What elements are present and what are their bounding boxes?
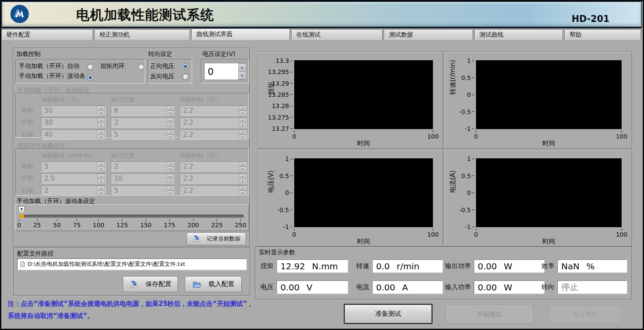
- spinner-arrows[interactable]: [239, 174, 246, 183]
- spinner-arrows[interactable]: [166, 118, 174, 127]
- tab-hardware-config[interactable]: 硬件配置: [1, 29, 93, 40]
- spin-field-auto-amp-late[interactable]: 40: [41, 130, 106, 140]
- voltage-spinner[interactable]: [238, 63, 246, 80]
- torque-chart-yticks: 13.3 13.295 13.29 13.285 13.28 13.275 13…: [258, 57, 292, 132]
- readout-direction: 转向 停止: [541, 281, 627, 294]
- row-label: 后期: [19, 187, 36, 194]
- radio-label-forward-voltage: 正向电压: [150, 62, 174, 70]
- radio-label-manual-slider: 手动加载（开环）滚动条: [19, 72, 85, 80]
- stop-test-label: 停止测试: [573, 311, 597, 318]
- readout-current: 电流 0.00 A: [355, 281, 443, 294]
- voltage-set-cluster: 0: [201, 59, 249, 83]
- spin-field-torque-count-mid[interactable]: 10: [111, 173, 174, 184]
- radio-forward-voltage[interactable]: [182, 63, 189, 70]
- record-data-button[interactable]: 记录当前数据: [187, 232, 246, 245]
- spin-field-torque-interval-early[interactable]: 2.2: [180, 161, 247, 172]
- spinner-arrows[interactable]: [239, 130, 246, 139]
- title-bar: 电机加载性能测试系统 HD-201: [1, 1, 642, 28]
- spinner-arrows[interactable]: [166, 162, 174, 171]
- radio-label-manual-auto: 手动加载（开环）自动: [19, 62, 79, 70]
- speed-chart-plot-area: [476, 60, 622, 129]
- spinner-arrows[interactable]: [239, 186, 246, 195]
- app-window: 电机加载性能测试系统 HD-201 硬件配置 校正测功机 曲线测试界面 在线测试…: [0, 0, 644, 330]
- spinner-arrows[interactable]: [166, 106, 174, 115]
- radio-reverse-voltage[interactable]: [182, 74, 189, 80]
- spin-field-auto-count-late[interactable]: 5: [111, 130, 174, 140]
- voltage-value: 0: [205, 66, 214, 77]
- tab-calibrate-dyno[interactable]: 校正测功机: [94, 29, 190, 40]
- record-data-label: 记录当前数据: [207, 235, 240, 243]
- column-header: 加载幅值（mN.m）: [41, 152, 106, 160]
- spin-field-torque-amp-mid[interactable]: 2.5: [41, 173, 106, 184]
- prepare-test-button[interactable]: 准备测试: [344, 304, 432, 324]
- spin-field-torque-count-late[interactable]: 5: [111, 185, 174, 196]
- speed-chart-yticks: 1 0.5 0 -0.5 -1: [444, 57, 474, 132]
- readout-efficiency: 效率 NaN %: [541, 259, 627, 273]
- row-label: 后期: [19, 131, 36, 139]
- tab-curve-test[interactable]: 曲线测试界面: [191, 28, 290, 40]
- load-mode-cluster: 手动加载（开环）自动 扭矩闭环 手动加载（开环）滚动条: [15, 59, 145, 83]
- readout-torque: 扭矩 12.92 N.mm: [260, 259, 348, 273]
- spin-field-torque-interval-mid[interactable]: 2.2: [180, 173, 247, 184]
- spinner-arrows[interactable]: [97, 130, 105, 139]
- tab-help[interactable]: 帮助: [564, 29, 641, 40]
- column-header: 执行次数: [111, 96, 174, 104]
- spinner-arrows[interactable]: [239, 162, 246, 171]
- spin-field-auto-count-mid[interactable]: 2: [111, 117, 174, 128]
- spinner-arrows[interactable]: [97, 118, 105, 127]
- spinner-arrows[interactable]: [239, 106, 246, 115]
- spinner-arrows[interactable]: [97, 174, 105, 183]
- radio-torque-loop[interactable]: [138, 64, 144, 70]
- slider-thumb[interactable]: [18, 206, 25, 214]
- current-chart-yticks: 1 0.5 0 -0.5 -1: [444, 155, 474, 230]
- spinner-arrows[interactable]: [166, 186, 174, 195]
- readout-speed: 转速 0.0 r/min: [355, 259, 443, 273]
- current-chart-xlabel: 时间: [476, 237, 622, 246]
- load-config-button[interactable]: 载入配置: [185, 276, 242, 292]
- stop-test-button[interactable]: 停止测试: [549, 305, 622, 324]
- radio-manual-slider[interactable]: [87, 74, 93, 81]
- row-label: 前期: [19, 163, 36, 170]
- direction-cluster: 正向电压 反向电压: [147, 59, 192, 83]
- row-label: 中期: [19, 175, 36, 182]
- torque-chart: 扭矩 13.3 13.295 13.29 13.285 13.28 13.275…: [258, 51, 443, 148]
- readout-voltage: 电压 0.00 V: [260, 281, 348, 294]
- spinner-arrows[interactable]: [97, 106, 105, 115]
- spin-field-auto-interval-early[interactable]: 2.2: [180, 105, 247, 116]
- spin-field-auto-interval-mid[interactable]: 2.2: [180, 117, 247, 128]
- tab-bar: 硬件配置 校正测功机 曲线测试界面 在线测试 测试数据 测试曲线 帮助: [1, 28, 643, 40]
- spin-field-auto-interval-late[interactable]: 2.2: [180, 130, 247, 140]
- prepare-test-label: 准备测试: [375, 310, 401, 318]
- tab-test-curve[interactable]: 测试曲线: [474, 29, 563, 40]
- spinner-arrows[interactable]: [97, 162, 105, 171]
- voltage-set-title: 电压设定(V): [202, 50, 236, 58]
- voltage-chart-plot-area: [294, 158, 433, 227]
- radio-manual-auto[interactable]: [87, 64, 93, 70]
- spin-field-torque-amp-late[interactable]: 2: [41, 185, 106, 196]
- row-label: 前期: [19, 107, 36, 114]
- spin-field-auto-amp-early[interactable]: 50: [41, 105, 106, 116]
- file-path-icon: [20, 261, 25, 267]
- load-slider[interactable]: 0 25 50 75 100 125 150 175 200 225 250: [15, 204, 249, 231]
- config-path-text: D:\长胜电机加载性能测试系统\配置文件\配置文件\配置文件.txt: [28, 260, 185, 268]
- spin-field-torque-amp-early[interactable]: 5: [41, 161, 106, 172]
- voltage-input[interactable]: 0: [204, 63, 246, 80]
- tab-online-test[interactable]: 在线测试: [291, 29, 383, 40]
- tab-test-data[interactable]: 测试数据: [384, 29, 473, 40]
- save-config-button[interactable]: 保存配置: [123, 276, 178, 292]
- start-test-button[interactable]: 开始测试: [445, 305, 534, 324]
- slider-track[interactable]: [19, 215, 244, 218]
- config-path-field[interactable]: D:\长胜电机加载性能测试系统\配置文件\配置文件\配置文件.txt: [17, 258, 247, 270]
- spinner-arrows[interactable]: [239, 118, 246, 127]
- spin-field-auto-count-early[interactable]: 6: [111, 105, 174, 116]
- spin-field-auto-amp-mid[interactable]: 30: [41, 117, 106, 128]
- spinner-arrows[interactable]: [97, 186, 105, 195]
- spin-field-torque-count-early[interactable]: 2: [111, 161, 174, 172]
- speed-chart-xlabel: 时间: [476, 139, 622, 148]
- speed-chart: 转速(r/min) 1 0.5 0 -0.5 -1 0 100 时间: [444, 51, 632, 148]
- note-line-1: 注：点击“准备测试”系统会接通电机供电电源，如果25秒后，未能点击“开始测试”，: [8, 300, 253, 308]
- spinner-arrows[interactable]: [166, 174, 174, 183]
- spinner-arrows[interactable]: [166, 130, 174, 139]
- spin-field-torque-interval-late[interactable]: 2.2: [180, 185, 247, 196]
- column-header: 间隔时间（秒）: [180, 96, 247, 104]
